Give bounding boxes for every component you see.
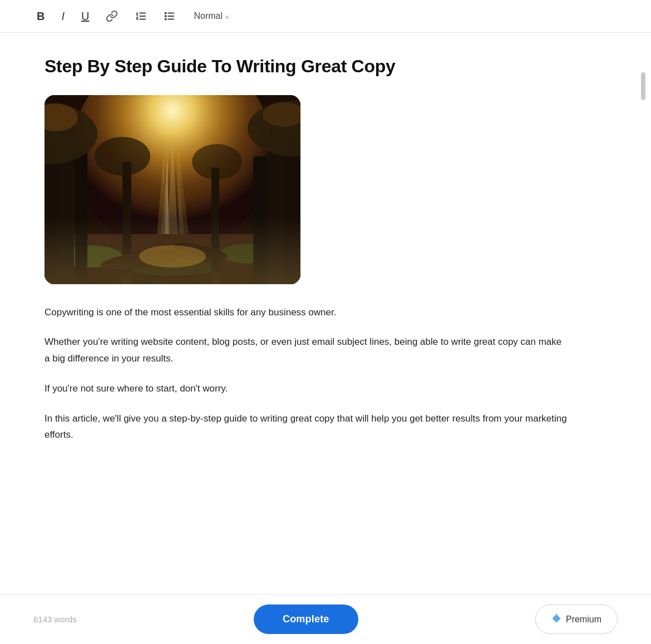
unordered-list-icon <box>164 10 176 22</box>
bold-button[interactable]: B <box>33 8 48 24</box>
article-title: Step By Step Guide To Writing Great Copy <box>45 55 568 78</box>
bottom-bar: 6143 words Complete Premium <box>0 594 651 644</box>
scrollbar-thumb[interactable] <box>641 72 645 100</box>
paragraph-4: In this article, we'll give you a step-b… <box>45 410 568 444</box>
complete-button[interactable]: Complete <box>254 605 358 634</box>
svg-point-35 <box>192 144 242 180</box>
paragraph-3: If you're not sure where to start, don't… <box>45 380 568 397</box>
toolbar: B I U Normal ⬦ <box>0 0 651 33</box>
article-image-container <box>45 95 568 284</box>
svg-point-8 <box>165 18 166 19</box>
paragraph-2: Whether you're writing website content, … <box>45 334 568 367</box>
diamond-icon <box>551 613 561 626</box>
underline-button[interactable]: U <box>78 8 92 24</box>
article-body: Copywriting is one of the most essential… <box>45 304 568 444</box>
svg-point-34 <box>95 137 150 176</box>
main-content: Step By Step Guide To Writing Great Copy <box>0 33 612 534</box>
svg-marker-41 <box>555 614 558 617</box>
forest-illustration <box>45 95 300 284</box>
ordered-list-icon <box>135 10 147 22</box>
dropdown-arrow-icon: ⬦ <box>225 12 229 21</box>
ordered-list-button[interactable] <box>131 8 150 24</box>
diamond-shape-icon <box>551 613 561 623</box>
svg-point-7 <box>165 16 166 17</box>
link-icon <box>106 10 118 22</box>
premium-button[interactable]: Premium <box>535 605 618 634</box>
svg-marker-40 <box>553 616 560 622</box>
svg-point-6 <box>165 12 166 13</box>
link-button[interactable] <box>102 8 121 24</box>
italic-button[interactable]: I <box>58 8 68 24</box>
style-select[interactable]: Normal ⬦ <box>189 9 234 23</box>
premium-label: Premium <box>566 615 601 625</box>
svg-rect-39 <box>45 217 300 284</box>
unordered-list-button[interactable] <box>160 8 179 24</box>
article-image <box>45 95 300 284</box>
word-count: 6143 words <box>33 615 77 624</box>
style-select-label: Normal <box>194 11 223 21</box>
paragraph-1: Copywriting is one of the most essential… <box>45 304 568 321</box>
